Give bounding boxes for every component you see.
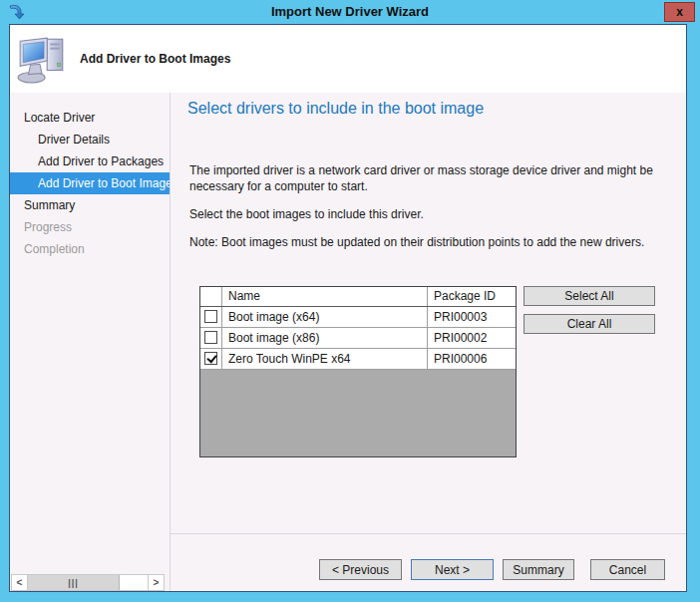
scrollbar-track[interactable] — [120, 575, 148, 590]
name-cell: Zero Touch WinPE x64 — [222, 349, 428, 369]
select-all-button[interactable]: Select All — [524, 286, 655, 306]
scrollbar-thumb[interactable]: ||| — [28, 575, 120, 590]
chevron-right-icon: > — [154, 577, 160, 588]
name-cell: Boot image (x86) — [222, 328, 428, 348]
window-title: Import New Driver Wizard — [0, 0, 700, 24]
boot-images-table: Name Package ID Boot image (x64) PRI0000… — [199, 286, 517, 457]
wizard-frame: Add Driver to Boot Images Locate Driver … — [9, 24, 687, 592]
sidebar-item-completion[interactable]: Completion — [10, 238, 170, 260]
close-button[interactable]: x — [664, 2, 695, 22]
next-button[interactable]: Next > — [411, 559, 494, 580]
name-column-header: Name — [222, 287, 428, 306]
previous-button[interactable]: < Previous — [319, 559, 402, 580]
checkbox-cell — [200, 307, 222, 327]
table-row[interactable]: Boot image (x86) PRI00002 — [200, 328, 516, 349]
chevron-left-icon: < — [17, 577, 23, 588]
checkbox-cell — [200, 328, 222, 348]
intro-paragraph: Note: Boot images must be updated on the… — [189, 234, 680, 250]
titlebar: Import New Driver Wizard x — [0, 0, 700, 24]
package-id-cell: PRI00002 — [428, 328, 516, 348]
clear-all-button[interactable]: Clear All — [524, 314, 655, 334]
intro-text: The imported driver is a network card dr… — [189, 162, 680, 262]
package-id-cell: PRI00003 — [428, 307, 516, 327]
row-checkbox[interactable] — [204, 310, 217, 323]
intro-paragraph: The imported driver is a network card dr… — [189, 162, 680, 194]
import-new-driver-wizard-window: Import New Driver Wizard x — [0, 0, 700, 602]
package-id-column-header: Package ID — [428, 287, 516, 306]
computer-icon — [16, 31, 68, 87]
main-panel: Select drivers to include in the boot im… — [171, 93, 686, 591]
scroll-right-button[interactable]: > — [148, 575, 164, 590]
sidebar-item-summary[interactable]: Summary — [10, 194, 170, 216]
wizard-header: Add Driver to Boot Images — [10, 25, 686, 93]
checkbox-column-header — [200, 287, 222, 306]
intro-paragraph: Select the boot images to include this d… — [189, 206, 680, 222]
sidebar-hscrollbar: < ||| > — [11, 574, 165, 591]
scroll-left-button[interactable]: < — [12, 575, 28, 590]
grip-icon: ||| — [68, 578, 79, 588]
name-cell: Boot image (x64) — [222, 307, 428, 327]
close-icon: x — [676, 5, 683, 19]
row-checkbox[interactable] — [204, 331, 217, 344]
sidebar-item-add-driver-to-packages[interactable]: Add Driver to Packages — [10, 150, 170, 172]
wizard-body: Locate Driver Driver Details Add Driver … — [10, 93, 686, 591]
page-title: Select drivers to include in the boot im… — [187, 100, 484, 118]
table-header-row: Name Package ID — [200, 287, 516, 307]
sidebar-item-add-driver-to-boot-images[interactable]: Add Driver to Boot Image — [10, 172, 170, 194]
wizard-steps-sidebar: Locate Driver Driver Details Add Driver … — [10, 93, 170, 591]
footer-divider — [171, 533, 686, 534]
cancel-button[interactable]: Cancel — [590, 559, 665, 580]
package-id-cell: PRI00006 — [428, 349, 516, 369]
sidebar-item-progress[interactable]: Progress — [10, 216, 170, 238]
sidebar-item-locate-driver[interactable]: Locate Driver — [10, 107, 170, 129]
sidebar-item-driver-details[interactable]: Driver Details — [10, 129, 170, 150]
checkbox-cell — [200, 349, 222, 369]
table-row[interactable]: Boot image (x64) PRI00003 — [200, 307, 516, 328]
summary-button[interactable]: Summary — [503, 559, 574, 580]
table-row[interactable]: Zero Touch WinPE x64 PRI00006 — [200, 349, 516, 370]
row-checkbox[interactable] — [204, 352, 217, 365]
header-title: Add Driver to Boot Images — [80, 52, 230, 66]
